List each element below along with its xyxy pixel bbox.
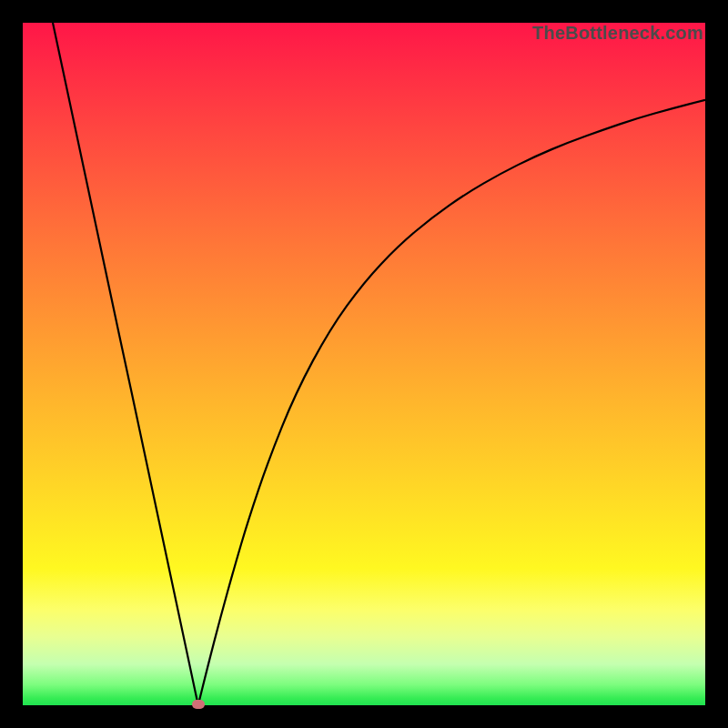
bottleneck-curve-left bbox=[53, 23, 198, 705]
bottleneck-curve-right bbox=[198, 100, 705, 705]
chart-frame: TheBottleneck.com bbox=[0, 0, 728, 728]
plot-area: TheBottleneck.com bbox=[23, 23, 705, 705]
curve-layer bbox=[23, 23, 705, 705]
